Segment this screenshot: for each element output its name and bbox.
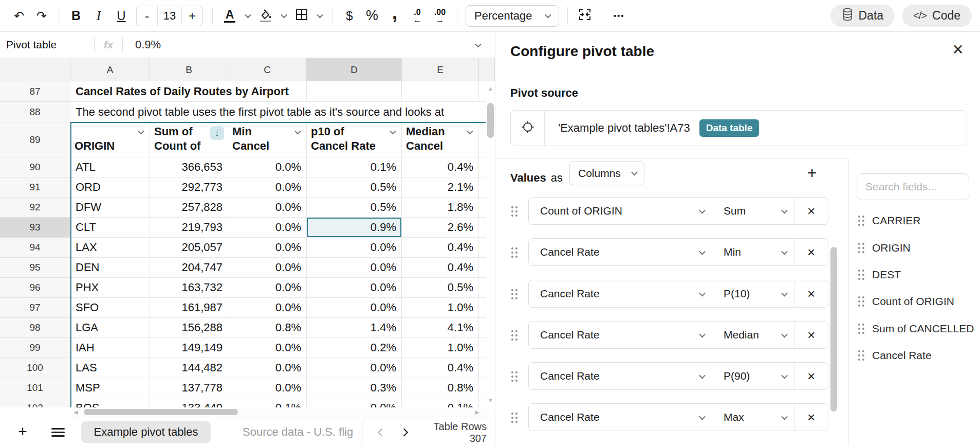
formula-input[interactable]: 0.9% bbox=[123, 38, 476, 51]
cell-min[interactable]: 0.0% bbox=[228, 278, 307, 298]
text-color-button[interactable]: A bbox=[219, 5, 241, 27]
font-size-decrease-button[interactable]: - bbox=[137, 6, 157, 26]
cell[interactable] bbox=[402, 81, 479, 102]
percent-format-button[interactable]: % bbox=[361, 5, 383, 27]
cell-p10[interactable]: 0.5% bbox=[307, 177, 402, 198]
text-color-dropdown[interactable] bbox=[242, 5, 254, 27]
cell-p10[interactable]: 0.0% bbox=[307, 398, 402, 407]
pivot-header-median[interactable]: Median Cancel bbox=[402, 122, 479, 157]
cell-count[interactable]: 205,057 bbox=[150, 238, 228, 258]
previous-sheet-icon[interactable] bbox=[378, 429, 386, 437]
cell-min[interactable]: 0.0% bbox=[228, 218, 307, 238]
row-number[interactable]: 88 bbox=[0, 102, 70, 122]
column-header-a[interactable]: A bbox=[70, 58, 150, 81]
cell-count[interactable]: 133,449 bbox=[150, 398, 228, 407]
drag-handle-icon[interactable] bbox=[858, 350, 864, 361]
cell-median[interactable]: 0.4% bbox=[402, 157, 479, 177]
comma-format-button[interactable]: , bbox=[384, 5, 405, 27]
cell-min[interactable]: 0.0% bbox=[228, 238, 307, 258]
field-item-sum-of-cancelled[interactable]: Sum of CANCELLED bbox=[858, 323, 974, 335]
cell-median[interactable]: 0.4% bbox=[402, 358, 479, 378]
select-all-corner[interactable] bbox=[0, 58, 70, 81]
cell-median[interactable]: 0.8% bbox=[402, 378, 479, 398]
field-item-cancel-rate[interactable]: Cancel Rate bbox=[858, 349, 932, 362]
pivot-header-min-cancel[interactable]: Min Cancel bbox=[228, 122, 307, 157]
row-number[interactable]: 90 bbox=[0, 157, 70, 177]
cell-origin[interactable]: CLT bbox=[70, 218, 150, 238]
cell-origin[interactable]: DEN bbox=[70, 258, 150, 278]
pivot-source-reference[interactable]: 'Example pivot tables'!A73 bbox=[545, 121, 690, 135]
font-size-increase-button[interactable]: + bbox=[182, 6, 202, 26]
row-number[interactable]: 97 bbox=[0, 298, 70, 318]
value-field-dropdown[interactable]: Cancel Rate bbox=[529, 363, 713, 389]
add-value-button[interactable]: + bbox=[802, 163, 822, 183]
cell-count[interactable]: 257,828 bbox=[150, 198, 228, 218]
cell-p10[interactable]: 0.0% bbox=[307, 298, 402, 318]
aggregation-dropdown[interactable]: P(90) bbox=[713, 363, 794, 389]
cell-count[interactable]: 204,747 bbox=[150, 258, 228, 278]
cell-min[interactable]: 0.0% bbox=[228, 177, 307, 198]
cell-origin[interactable]: ATL bbox=[70, 157, 150, 177]
cell-origin[interactable]: SFO bbox=[70, 298, 150, 318]
cell-median[interactable]: 1.0% bbox=[402, 338, 479, 358]
sheet-tab-source-data[interactable]: Source data - U.S. flig bbox=[230, 421, 365, 443]
redo-button[interactable]: ↷ bbox=[31, 5, 52, 27]
drag-handle-icon[interactable] bbox=[511, 206, 517, 217]
remove-value-button[interactable]: × bbox=[794, 239, 828, 265]
value-field-dropdown[interactable]: Cancel Rate bbox=[529, 404, 713, 431]
cell[interactable] bbox=[307, 81, 402, 102]
drag-handle-icon[interactable] bbox=[511, 330, 517, 341]
cell-origin[interactable]: MSP bbox=[70, 378, 150, 398]
undo-button[interactable]: ↶ bbox=[8, 5, 30, 27]
vertical-scrollbar[interactable]: ▲ ▼ bbox=[486, 81, 495, 407]
row-number[interactable]: 91 bbox=[0, 177, 70, 198]
cell-count[interactable]: 161,987 bbox=[150, 298, 228, 318]
drag-handle-icon[interactable] bbox=[858, 296, 864, 307]
chevron-down-icon[interactable] bbox=[138, 128, 144, 135]
cell-origin[interactable]: ORD bbox=[70, 177, 150, 198]
drag-handle-icon[interactable] bbox=[858, 270, 864, 280]
row-number[interactable]: 98 bbox=[0, 318, 70, 338]
aggregation-dropdown[interactable]: Max bbox=[713, 404, 794, 431]
drag-handle-icon[interactable] bbox=[511, 247, 517, 258]
pivot-header-origin[interactable]: ORIGIN bbox=[70, 122, 150, 157]
vertical-scrollbar-thumb[interactable] bbox=[487, 103, 494, 138]
row-number[interactable]: 92 bbox=[0, 198, 70, 218]
cell-min[interactable]: 0.0% bbox=[228, 358, 307, 378]
cell-count[interactable]: 137,778 bbox=[150, 378, 228, 398]
value-field-dropdown[interactable]: Count of ORIGIN bbox=[529, 198, 713, 224]
currency-format-button[interactable]: $ bbox=[339, 5, 360, 27]
selected-cell[interactable]: 0.9% bbox=[307, 218, 402, 238]
cell-median[interactable]: 1.8% bbox=[402, 198, 479, 218]
row-number[interactable]: 96 bbox=[0, 278, 70, 298]
cell-min[interactable]: 0.1% bbox=[228, 398, 307, 407]
more-options-button[interactable]: ••• bbox=[608, 5, 630, 27]
add-sheet-button[interactable]: + bbox=[12, 421, 33, 442]
fill-color-button[interactable] bbox=[255, 5, 276, 27]
value-field-dropdown[interactable]: Cancel Rate bbox=[529, 322, 713, 348]
target-picker-button[interactable] bbox=[511, 111, 545, 146]
name-box[interactable]: Pivot table bbox=[0, 39, 94, 51]
value-field-dropdown[interactable]: Cancel Rate bbox=[529, 239, 713, 265]
close-panel-button[interactable]: × bbox=[948, 39, 968, 60]
pivot-source-box[interactable]: 'Example pivot tables'!A73 Data table bbox=[510, 110, 967, 146]
row-number[interactable]: 87 bbox=[0, 81, 70, 102]
drag-handle-icon[interactable] bbox=[511, 371, 517, 382]
row-number[interactable]: 89 bbox=[0, 122, 70, 157]
column-header-d[interactable]: D bbox=[307, 58, 402, 81]
search-fields-input[interactable] bbox=[857, 173, 969, 200]
drag-handle-icon[interactable] bbox=[511, 413, 517, 423]
cell-min[interactable]: 0.8% bbox=[228, 318, 307, 338]
cell-origin[interactable]: LGA bbox=[70, 318, 150, 338]
cell-note[interactable]: The second pivot table uses the first pi… bbox=[70, 102, 495, 122]
scroll-left-icon[interactable]: ◀ bbox=[73, 409, 78, 416]
drag-handle-icon[interactable] bbox=[511, 289, 517, 299]
drag-handle-icon[interactable] bbox=[858, 216, 864, 226]
row-number[interactable]: 95 bbox=[0, 258, 70, 278]
sheet-list-menu-icon[interactable] bbox=[51, 426, 65, 439]
formula-bar-expand-icon[interactable] bbox=[475, 41, 482, 47]
field-item-count-of-origin[interactable]: Count of ORIGIN bbox=[858, 295, 954, 308]
cell-origin[interactable]: PHX bbox=[70, 278, 150, 298]
cell-median[interactable]: 0.5% bbox=[402, 278, 479, 298]
cell-median[interactable]: 2.6% bbox=[402, 218, 479, 238]
